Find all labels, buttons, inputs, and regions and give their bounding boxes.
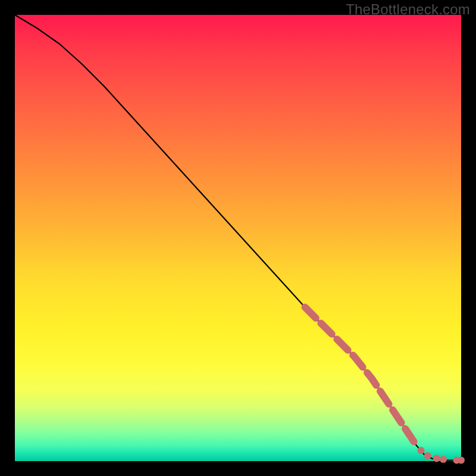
tail-dot — [440, 456, 447, 463]
curve-layer — [15, 15, 461, 461]
tail-dot — [418, 447, 425, 454]
tail-dot — [458, 457, 465, 464]
plot-area — [15, 15, 461, 461]
chart-frame: TheBottleneck.com — [0, 0, 476, 476]
highlight-segment — [305, 307, 417, 446]
tail-dot — [433, 455, 440, 462]
tail-dot — [424, 452, 431, 459]
main-curve — [15, 15, 461, 461]
tail-dots — [418, 447, 465, 464]
